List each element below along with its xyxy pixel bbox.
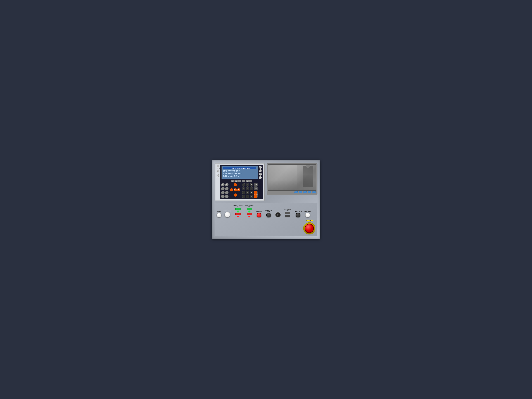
l7-button[interactable]: L7	[221, 195, 225, 198]
watt-buttons: 400 W 600 W 1000 W Reset Meter	[259, 166, 262, 179]
dprot-usb-label: DProt USB	[216, 173, 220, 173]
emergency-stop-button[interactable]	[305, 224, 314, 233]
esc-button[interactable]: ESC	[254, 183, 258, 187]
num-1[interactable]: 1	[242, 191, 245, 194]
f1-button[interactable]: F1	[231, 180, 234, 182]
l1-button[interactable]: L1	[221, 183, 225, 187]
light-source-up-label: Light source up	[294, 211, 302, 212]
reset-meter-button[interactable]: Reset Meter	[259, 176, 262, 179]
enter-button[interactable]: ENTER	[254, 191, 258, 198]
select-camera-button[interactable]	[305, 213, 310, 217]
protocol-button[interactable]	[217, 213, 222, 217]
arrow-empty-3	[230, 193, 233, 196]
display-line-3: 0.10 m/min 0.0 m	[223, 175, 256, 177]
w600-button[interactable]: 600 W	[259, 169, 262, 172]
monitor-buttons	[268, 191, 317, 194]
tab-button[interactable]: TAB	[234, 188, 237, 191]
w1000-button[interactable]: 1000 W	[259, 173, 262, 176]
uv-lamp-toggles	[247, 208, 252, 217]
arrow-down-button[interactable]: ▼	[234, 193, 237, 196]
hupe-label: Hupe	[277, 210, 279, 212]
uv-lamp-indicator-red	[248, 215, 250, 217]
monitor-btn-3[interactable]	[303, 191, 307, 193]
num-2[interactable]: 2	[246, 191, 249, 194]
control-voltage-button[interactable]	[225, 212, 230, 217]
pret-on-off-label: PRet On/Off	[216, 177, 221, 178]
arrow-up-button[interactable]: ▲	[234, 183, 237, 186]
num-3[interactable]: 3	[250, 191, 253, 194]
uv-lamp-stop[interactable]	[247, 213, 252, 215]
monitor-btn-5[interactable]	[312, 191, 316, 193]
brand-label: ProKaero Mechatronik GmbH	[223, 167, 256, 169]
num-5[interactable]: 5	[246, 187, 249, 190]
f4-button[interactable]: F4	[242, 180, 245, 182]
pret-on-off-button[interactable]	[217, 174, 219, 177]
monitor-btn-4[interactable]	[308, 191, 311, 193]
num-4[interactable]: 4	[242, 187, 245, 190]
protocol-label: Protocol	[217, 211, 221, 212]
num-9[interactable]: 9	[250, 183, 253, 187]
w400-button[interactable]: 400 W	[259, 166, 262, 169]
num-dot[interactable]: .	[242, 195, 245, 198]
arrow-empty-4	[237, 193, 241, 196]
num-7[interactable]: 7	[242, 183, 245, 187]
keypad-area: L1 L2 L3 L4 L5 L6 L7 L8 ▲	[221, 183, 262, 198]
light-source-up-button[interactable]	[296, 213, 300, 217]
hupe-group: Hupe	[275, 210, 281, 218]
l6-button[interactable]: L6	[225, 191, 228, 194]
arrow-right-button[interactable]: ▶	[237, 188, 241, 191]
num-0[interactable]: 0	[246, 195, 249, 198]
del-button[interactable]: DEL	[254, 187, 258, 190]
l5-button[interactable]: L5	[221, 191, 225, 194]
num-6[interactable]: 6	[250, 187, 253, 190]
special-keys: ESC DEL ENTER	[254, 183, 258, 198]
light-sources-label: Light sources 1/1+2/2	[283, 209, 292, 211]
l-buttons: L1 L2 L3 L4 L5 L6 L7 L8	[221, 183, 228, 198]
cable-drum-indicator-red	[237, 215, 239, 217]
unit-on-label: Unit On	[217, 168, 220, 169]
control-voltage-label: Control voltage	[223, 210, 231, 211]
f2-button[interactable]: F2	[234, 180, 238, 182]
not-halt-label: NOT - HALT	[306, 220, 313, 221]
cable-drum-toggles	[235, 208, 241, 217]
light-sources-group: Light sources 1/1+2/2	[283, 209, 292, 217]
light-source-up-group: Light source up	[294, 211, 302, 218]
light-source-down-group: Light source down	[264, 210, 273, 217]
cable-drum-start[interactable]	[235, 208, 241, 210]
unit-on-button[interactable]	[217, 165, 219, 167]
l2-button[interactable]: L2	[225, 183, 228, 187]
light-source-down-label: Light source down	[264, 210, 273, 212]
alarms-quit-button[interactable]	[257, 213, 261, 217]
arrow-empty-1	[230, 183, 233, 186]
l3-button[interactable]: L3	[221, 187, 225, 190]
light-sources-toggle-1[interactable]	[285, 212, 290, 214]
f5-button[interactable]: F5	[246, 180, 249, 182]
uv-lamp-indicator-green	[248, 211, 250, 212]
cable-drum-stop[interactable]	[235, 213, 241, 215]
num-minus[interactable]: -	[250, 195, 253, 198]
num-8[interactable]: 8	[246, 183, 249, 187]
display-screen: ProKaero Mechatronik GmbH 24°C *****°C 2…	[221, 166, 258, 179]
uv-lamp-start[interactable]	[247, 208, 252, 210]
light-sources-toggle-2[interactable]	[285, 215, 290, 217]
select-camera-group: Select camera	[304, 211, 311, 218]
dprot-usb-button[interactable]	[217, 170, 219, 172]
monitor-frame	[268, 164, 317, 191]
monitor-btn-2[interactable]	[299, 191, 302, 193]
display-line-2: 0.00 m/min 394 mbar	[223, 173, 256, 175]
hupe-button[interactable]	[275, 212, 281, 217]
arrow-empty-2	[237, 183, 241, 186]
arrow-left-button[interactable]: ◀	[230, 188, 233, 191]
l4-button[interactable]: L4	[225, 187, 228, 190]
monitor-btn-1[interactable]	[294, 191, 298, 193]
arrow-pad: ▲ ◀ TAB ▶ ▼	[230, 183, 241, 198]
f3-button[interactable]: F3	[238, 180, 241, 182]
l8-button[interactable]: L8	[225, 195, 228, 198]
controller-inner: ProKaero Mechatronik GmbH 24°C *****°C 2…	[220, 165, 263, 199]
cable-drum-label: cable drum Start - Stop	[233, 205, 243, 207]
f6-button[interactable]: F6	[249, 180, 252, 182]
main-panel: Unit On DProt USB PRet On/Off ProKaero M…	[212, 160, 320, 239]
controller-unit: Unit On DProt USB PRet On/Off ProKaero M…	[215, 163, 265, 201]
light-source-down-button[interactable]	[266, 213, 271, 217]
display-line-1: 24°C *****°C 25°C	[223, 170, 256, 172]
